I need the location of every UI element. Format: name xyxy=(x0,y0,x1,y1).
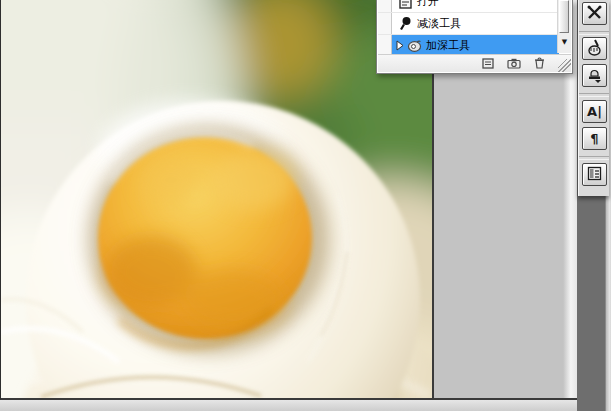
history-panel: 打开 减淡工具 xyxy=(376,0,573,74)
history-list: 打开 减淡工具 xyxy=(378,0,559,57)
camera-icon xyxy=(507,54,521,73)
open-file-icon xyxy=(396,0,414,9)
tool-presets-button[interactable] xyxy=(582,2,607,25)
scroll-down-arrow-icon[interactable]: ▼ xyxy=(558,38,571,46)
delete-state-button[interactable] xyxy=(534,54,545,73)
scrollbar-thumb[interactable] xyxy=(559,0,569,33)
brushes-icon xyxy=(586,39,603,58)
new-snapshot-button[interactable] xyxy=(507,54,521,73)
tool-presets-icon xyxy=(586,4,603,23)
dock-divider xyxy=(579,31,609,35)
selected-history-state[interactable]: 加深工具 xyxy=(392,35,559,56)
layer-comps-button[interactable] xyxy=(582,163,607,186)
clone-source-icon xyxy=(586,66,603,85)
history-scrollbar[interactable]: ▼ xyxy=(557,0,571,53)
character-icon: A| xyxy=(587,105,602,118)
dock-divider xyxy=(579,93,609,97)
new-document-icon xyxy=(482,54,494,73)
dock-divider xyxy=(579,156,609,160)
history-source-well[interactable] xyxy=(378,0,392,12)
photo-canvas[interactable] xyxy=(1,0,432,398)
palette-dock: A| ¶ xyxy=(578,0,609,196)
history-source-well[interactable] xyxy=(378,35,392,56)
history-state-label: 打开 xyxy=(414,0,439,9)
brushes-button[interactable] xyxy=(582,37,607,60)
current-state-pointer-icon xyxy=(396,40,404,51)
horizontal-scrollbar-track[interactable] xyxy=(0,400,577,411)
photoshop-workspace: A| ¶ xyxy=(0,0,611,411)
history-row-dodge[interactable]: 减淡工具 xyxy=(378,13,559,35)
paragraph-icon: ¶ xyxy=(590,132,598,145)
history-source-well[interactable] xyxy=(378,13,392,34)
layer-comps-icon xyxy=(586,165,603,184)
panel-resize-grip[interactable] xyxy=(558,59,571,72)
character-palette-button[interactable]: A| xyxy=(582,100,607,123)
paragraph-palette-button[interactable]: ¶ xyxy=(582,127,607,150)
trash-icon xyxy=(534,54,545,73)
document-window xyxy=(0,0,434,400)
new-document-from-state-button[interactable] xyxy=(482,54,494,73)
dodge-tool-icon xyxy=(396,16,414,31)
history-state-label: 加深工具 xyxy=(423,38,470,53)
clone-source-button[interactable] xyxy=(582,64,607,87)
burn-tool-icon xyxy=(405,39,423,52)
history-row-open[interactable]: 打开 xyxy=(378,0,559,13)
history-state-label: 减淡工具 xyxy=(414,16,461,31)
history-footer xyxy=(378,54,571,72)
